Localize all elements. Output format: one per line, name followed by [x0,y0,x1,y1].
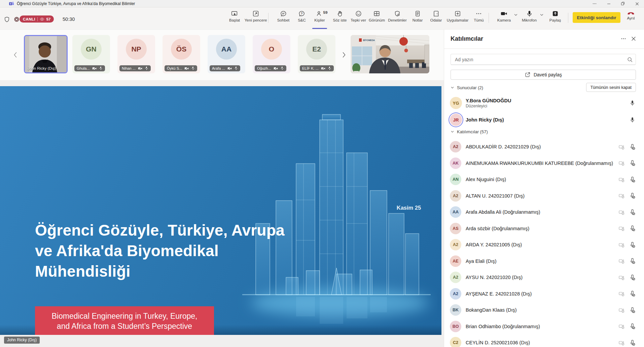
video-tile-avatar[interactable]: NP Nihan ... [117,35,155,73]
video-tile-avatar[interactable]: AA Arafa ... [208,35,245,73]
participant-row[interactable]: C2 CEYLİN D. 2520021036 (Dış) [450,335,637,347]
leave-label: Ayrıl [627,16,635,20]
participants-panel: Katılımcılar Daveti paylaş Sunucular (2)… [444,30,644,347]
toolbar-share-button[interactable]: Paylaş [549,10,561,22]
camera-off-icon [92,67,97,70]
strip-scroll-right-button[interactable] [340,50,348,59]
camera-off-icon [618,323,625,329]
toolbar-view-button[interactable]: Görünüm [369,10,385,22]
camera-options-chevron[interactable] [514,13,518,17]
video-logo-text: BİYOMEDA [363,39,375,41]
toolbar-rooms-button[interactable]: Odalar [430,10,442,22]
participant-row[interactable]: AK AINEMUKAMA RWANKURUKUMBI KATUREEBE (D… [450,155,637,172]
smiley-icon [355,10,362,17]
video-tile-avatar[interactable]: E2 ELİF K. ... [298,35,335,73]
participant-row[interactable]: AN Alex Njuguini (Dış) [450,171,637,188]
mic-off-icon [629,290,636,297]
avatar: ÖS [171,39,192,60]
panel-more-button[interactable] [618,34,629,43]
participant-search[interactable] [451,54,636,65]
close-button[interactable] [630,0,644,7]
toolbar-new-window-button[interactable]: Yeni pencere [245,10,267,22]
camera-off-icon [227,67,232,70]
toolbar-raise-hand-button[interactable]: Söz iste [333,10,347,22]
apps-icon [454,10,461,17]
presenters-section-header[interactable]: Sunucular (2) Tümünün sesini kapat [451,85,636,90]
search-icon[interactable] [627,57,633,63]
toolbar-apps-button[interactable]: Uygulamalar [447,10,469,22]
avatar-speaking: JR [450,114,462,126]
end-event-button[interactable]: Etkinliği sonlandır [573,12,620,23]
minimize-button[interactable] [602,0,616,7]
chat-icon [280,10,287,17]
live-badge: CANLI 57 [20,15,54,23]
slide-title-line: ve Afrika'da Biyomedikal [35,241,285,261]
toolbar-camera-button[interactable]: Kamera [497,10,511,22]
video-tile-avatar[interactable]: O Oğuzh... [253,35,290,73]
hang-up-icon [627,11,635,15]
participant-row[interactable]: A2 ABDULKADİR D. 242021029 (Dış) [450,139,637,155]
video-tile-avatar[interactable]: ÖS Öykü S... [163,35,200,73]
avatar: A2 [450,190,461,202]
toolbar-label: Tümü [474,18,484,22]
toolbar-chat-button[interactable]: Sohbet [277,10,289,22]
toolbar-label: Denetimler [388,18,407,22]
search-input[interactable] [455,57,627,62]
mic-off-icon [629,258,636,264]
participant-row[interactable]: A2 ARDA Y. 242021005 (Dış) [450,237,637,253]
participant-row[interactable]: A2 AYSU N. 242021020 (Dış) [450,269,637,286]
camera-off-icon [618,258,625,264]
participant-name: Arda sözbir (Doğrulanmamış) [466,226,529,231]
leave-button[interactable]: Ayrıl [627,11,635,20]
avatar: E2 [306,39,327,60]
camera-off-icon [618,274,625,281]
mic-off-icon [629,323,636,329]
participant-row[interactable]: AE Aya Elali (Dış) [450,253,637,270]
participant-row[interactable]: A2 ALTAN U. 242021007 (Dış) [450,188,637,204]
participant-row[interactable]: AS Arda sözbir (Doğrulanmamış) [450,220,637,237]
attendees-section-header[interactable]: Katılımcılar (57) [451,129,636,134]
toolbar-controls-button[interactable]: Denetimler [388,10,407,22]
participant-row[interactable]: BK BokangDan Klaas (Dış) [450,302,637,318]
video-tile-speaker[interactable]: John Ricky (Dış) [24,35,68,73]
toolbar-label: S&C [298,18,306,22]
avatar: C2 [450,337,461,347]
window-more-button[interactable] [587,0,602,7]
participant-name: ABDULKADİR D. 242021029 (Dış) [466,144,541,149]
video-tile-avatar[interactable]: GN Ghula... [72,35,110,73]
presenter-row[interactable]: JR John Ricky (Dış) [450,112,636,127]
camera-off-icon [274,67,278,70]
toolbar-qa-button[interactable]: ? S&C [298,10,306,22]
presenter-row[interactable]: YG Y.Bora GÜNDOĞDU Düzenleyici [450,96,636,110]
toolbar-react-button[interactable]: Tepki ver [351,10,366,22]
participant-row[interactable]: AA Arafa Abdalla Ali (Doğrulanmamış) [450,204,637,220]
toolbar-more-button[interactable]: Tümü [474,10,484,22]
toolbar-people-button[interactable]: 59 Kişiler [314,10,325,22]
mic-off-icon [191,66,195,70]
mic-off-icon [629,307,636,313]
camera-off-icon [321,67,325,70]
toolbar-label: Yeni pencere [245,18,267,22]
qa-icon: ? [298,10,306,17]
avatar: GN [81,39,102,60]
toolbar-share-screen-button[interactable]: Başlat [229,10,240,22]
camera-on-icon [500,10,508,17]
participant-row[interactable]: BO Brian Odhiambo (Doğrulanmamış) [450,318,637,335]
toolbar-label: Söz iste [333,18,347,22]
camera-off-icon [618,144,625,150]
strip-scroll-left-button[interactable] [11,50,19,59]
camera-off-icon [138,67,142,70]
toolbar-mic-button[interactable]: Mikrofon [522,10,537,22]
participant-name: Alex Njuguini (Dış) [466,177,506,182]
slide-date: Kasim 25 [390,205,427,211]
share-invite-button[interactable]: Daveti paylaş [451,70,636,80]
video-tile-presenter-office[interactable]: BİYOMEDA [351,35,429,73]
panel-close-button[interactable] [629,34,639,43]
raise-hand-icon [336,10,343,17]
camera-off-icon [618,193,625,199]
mic-options-chevron[interactable] [540,13,544,17]
restore-button[interactable] [616,0,630,7]
toolbar-notes-button[interactable]: Notlar [413,10,423,22]
mute-all-button[interactable]: Tümünün sesini kapat [586,83,636,92]
participant-row[interactable]: A2 AYŞENAZ E. 242021028 (Dış) [450,286,637,302]
